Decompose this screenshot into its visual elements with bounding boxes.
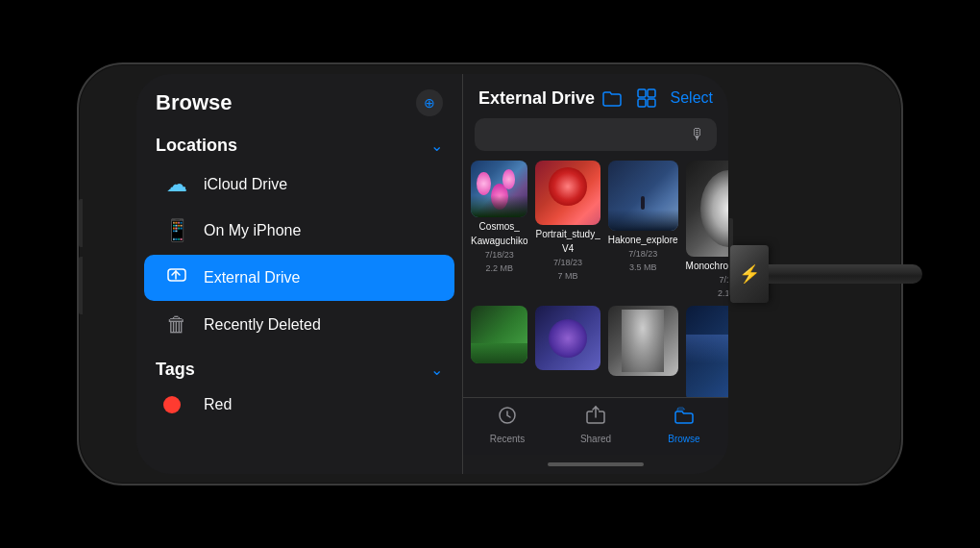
mic-icon: 🎙 bbox=[690, 126, 705, 143]
file-item-cosmos[interactable]: Cosmos_ Kawaguchiko 7/18/23 2.2 MB bbox=[471, 161, 527, 298]
search-bar[interactable]: 🎙 bbox=[475, 118, 717, 151]
file-size-mono: 2.12 GB bbox=[718, 288, 728, 298]
recents-label: Recents bbox=[490, 434, 526, 444]
file-item-monochrome[interactable]: Monochrome 7016123 7/16/23 2.12 GB bbox=[686, 161, 728, 298]
sidebar-item-tag-red[interactable]: Red bbox=[144, 386, 454, 423]
file-thumb-mono bbox=[686, 161, 728, 257]
iphone-icon: 📱 bbox=[163, 218, 190, 243]
bw-person bbox=[622, 310, 664, 373]
svg-rect-1 bbox=[638, 89, 646, 97]
portrait-red-decoration bbox=[549, 167, 587, 206]
cosmos-flowers bbox=[471, 161, 527, 217]
locations-chevron-icon: ⌄ bbox=[430, 137, 443, 155]
file-thumb-6 bbox=[535, 306, 600, 370]
green-ground bbox=[471, 343, 527, 363]
file-date-mono: 7/16/23 bbox=[720, 275, 728, 285]
cable-body bbox=[769, 264, 922, 284]
mono-figure bbox=[700, 170, 728, 247]
file-item-6[interactable] bbox=[535, 306, 600, 397]
phone-wrapper: Browse ⊕ Locations ⌄ ☁ bbox=[58, 24, 922, 524]
file-name-cosmos2: Kawaguchiko bbox=[471, 236, 527, 246]
icloud-icon: ☁ bbox=[163, 172, 190, 197]
file-name-hakone: Hakone_explore bbox=[608, 235, 678, 245]
shared-icon bbox=[585, 405, 606, 432]
file-size-hakone: 3.5 MB bbox=[629, 262, 657, 272]
ground-overlay bbox=[471, 195, 527, 218]
icloud-label: iCloud Drive bbox=[204, 176, 287, 193]
lightning-connector: ⚡ bbox=[730, 245, 769, 303]
trash-icon: 🗑 bbox=[163, 312, 190, 337]
tab-browse[interactable]: Browse bbox=[640, 405, 728, 444]
main-header: External Drive bbox=[463, 74, 728, 118]
app-content: Browse ⊕ Locations ⌄ ☁ bbox=[136, 74, 728, 474]
file-item-5[interactable] bbox=[471, 306, 527, 397]
svg-rect-2 bbox=[648, 89, 655, 97]
browse-label: Browse bbox=[668, 434, 699, 444]
more-menu-button[interactable]: ⊕ bbox=[416, 89, 443, 116]
blue-overlay bbox=[686, 335, 728, 363]
locations-section-header: Locations ⌄ bbox=[136, 124, 462, 162]
svg-rect-0 bbox=[168, 269, 185, 281]
volume-up-button bbox=[79, 199, 83, 247]
home-indicator bbox=[463, 455, 728, 474]
svg-rect-4 bbox=[648, 99, 655, 107]
select-label: Select bbox=[671, 89, 713, 107]
sidebar-item-external[interactable]: External Drive bbox=[144, 255, 454, 301]
recents-icon bbox=[497, 405, 518, 432]
file-name-cosmos: Cosmos_ bbox=[479, 221, 520, 232]
sidebar-item-iphone[interactable]: 📱 On My iPhone bbox=[144, 209, 454, 253]
external-drive-label: External Drive bbox=[204, 269, 300, 286]
locations-title: Locations bbox=[156, 136, 237, 156]
file-thumb-5 bbox=[471, 306, 527, 362]
hakone-ground bbox=[608, 210, 678, 231]
file-thumb-cosmos bbox=[471, 161, 527, 217]
select-button[interactable]: Select bbox=[671, 89, 713, 107]
sidebar-title: Browse bbox=[156, 90, 232, 115]
file-size-portrait: 7 MB bbox=[558, 271, 578, 281]
file-thumb-portrait bbox=[535, 161, 600, 225]
file-thumb-7 bbox=[608, 306, 678, 376]
file-item-8[interactable] bbox=[686, 306, 728, 397]
home-bar bbox=[548, 462, 644, 466]
tags-section-header: Tags ⌄ bbox=[136, 348, 462, 386]
deleted-label: Recently Deleted bbox=[204, 316, 321, 334]
tags-chevron-icon: ⌄ bbox=[430, 361, 443, 379]
browse-icon bbox=[674, 405, 695, 432]
file-item-portrait[interactable]: Portrait_study_ V4 7/18/23 7 MB bbox=[535, 161, 600, 298]
volume-down-button bbox=[79, 257, 83, 314]
more-icon: ⊕ bbox=[424, 95, 435, 111]
phone-screen: Browse ⊕ Locations ⌄ ☁ bbox=[136, 74, 728, 474]
file-name-mono: Monochrome 7016123 bbox=[686, 261, 728, 271]
grid-view-button[interactable] bbox=[636, 87, 657, 109]
purple-shape bbox=[549, 319, 587, 358]
red-tag-label: Red bbox=[204, 396, 232, 413]
file-item-hakone[interactable]: Hakone_explore 7/18/23 3.5 MB bbox=[608, 161, 678, 298]
file-date-portrait: 7/18/23 bbox=[553, 258, 582, 267]
sidebar-header: Browse ⊕ bbox=[136, 74, 462, 124]
drive-icon bbox=[163, 264, 190, 291]
tab-bar: Recents Shared bbox=[463, 397, 728, 455]
tab-shared[interactable]: Shared bbox=[551, 405, 640, 444]
sidebar-item-deleted[interactable]: 🗑 Recently Deleted bbox=[144, 303, 454, 347]
file-thumb-8 bbox=[686, 306, 728, 397]
file-grid: Cosmos_ Kawaguchiko 7/18/23 2.2 MB Po bbox=[463, 161, 728, 397]
file-name-portrait: Portrait_study_ bbox=[535, 229, 600, 239]
header-actions: Select bbox=[601, 87, 713, 109]
tab-recents[interactable]: Recents bbox=[463, 405, 551, 444]
file-thumb-hakone bbox=[608, 161, 678, 231]
file-size-cosmos: 2.2 MB bbox=[485, 263, 513, 273]
svg-rect-3 bbox=[638, 99, 646, 107]
file-name-portrait2: V4 bbox=[562, 243, 574, 254]
sidebar-item-icloud[interactable]: ☁ iCloud Drive bbox=[144, 162, 454, 207]
cable-area: ⚡ bbox=[730, 216, 922, 332]
file-item-7[interactable] bbox=[608, 306, 678, 397]
lightning-icon: ⚡ bbox=[739, 263, 760, 285]
flower-decoration bbox=[502, 169, 515, 189]
flower-decoration bbox=[477, 172, 491, 195]
red-tag-icon bbox=[163, 396, 190, 413]
files-app: Browse ⊕ Locations ⌄ ☁ bbox=[136, 74, 728, 474]
folder-view-button[interactable] bbox=[601, 87, 623, 109]
tags-title: Tags bbox=[156, 360, 195, 380]
iphone-label: On My iPhone bbox=[204, 222, 301, 239]
file-date-cosmos: 7/18/23 bbox=[485, 250, 514, 260]
